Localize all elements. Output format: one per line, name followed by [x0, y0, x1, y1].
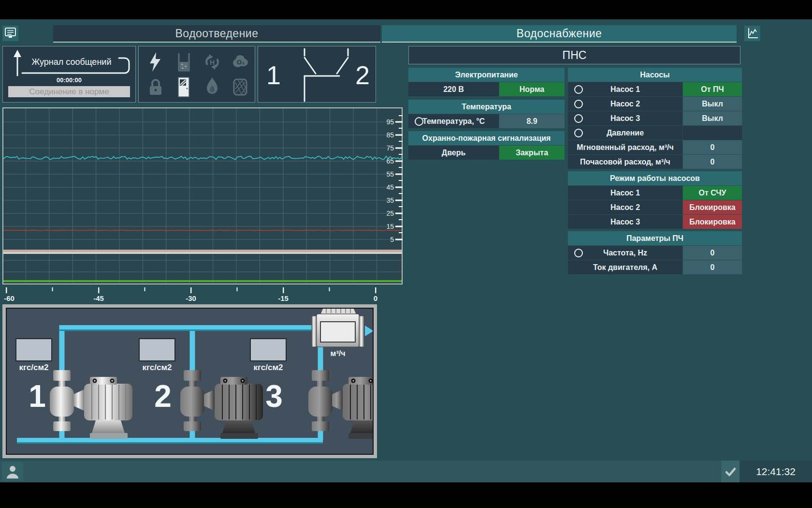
- flame-icon: [203, 76, 222, 98]
- svg-text:-45: -45: [93, 294, 104, 301]
- flow-meter-unit: м³/ч: [331, 349, 346, 358]
- row-label: Дверь: [408, 146, 499, 160]
- tank-level-icon: [174, 51, 193, 73]
- svg-text:85: 85: [386, 131, 394, 139]
- pump-2-label: 2: [154, 379, 172, 414]
- station-title: ПНС: [408, 46, 740, 64]
- pumps-section: Насосы Насос 1 От ПЧ Насос 2 Выкл Насос …: [568, 68, 742, 169]
- hourly-flow-value: 0: [683, 155, 742, 169]
- pump1-mode-chip[interactable]: От СЧУ: [683, 186, 742, 200]
- gauge-3-unit: кгс/см2: [253, 363, 283, 372]
- message-journal-panel[interactable]: Журнал сообщений 00:00:00 Соединение в н…: [2, 46, 136, 103]
- pump3-state-chip[interactable]: Выкл: [683, 111, 742, 125]
- user-button[interactable]: [2, 462, 23, 481]
- tab-water-drainage[interactable]: Водоотведение: [53, 25, 380, 43]
- svg-text:-60: -60: [4, 294, 14, 301]
- section-header: Насосы: [568, 68, 742, 82]
- gauge-2: [139, 339, 175, 361]
- connection-status: Соединение в норме: [8, 86, 130, 97]
- svg-text:0: 0: [374, 294, 377, 301]
- vfd-section: Параметры ПЧ Частота, Hz 0 Ток двигателя…: [568, 231, 742, 275]
- table-row: Дверь Закрыта: [408, 146, 565, 160]
- message-log-button[interactable]: [2, 26, 18, 41]
- indicator-circle: [574, 85, 583, 94]
- pump1-state-chip[interactable]: От ПЧ: [683, 82, 742, 96]
- power-status-chip[interactable]: Норма: [499, 82, 565, 96]
- clock-value: 12:41:32: [756, 466, 796, 478]
- power-section: Электропитание 220 В Норма: [408, 68, 565, 97]
- tab-water-drainage-label: Водоотведение: [175, 27, 259, 40]
- message-log-icon: [2, 26, 18, 41]
- journal-arrowhead: [14, 50, 21, 57]
- table-row: Ток двигателя, А 0: [568, 260, 742, 274]
- pump-3-label: 3: [265, 379, 283, 414]
- fire-alarm-section: Охранно-пожарная сигнализация Дверь Закр…: [408, 131, 565, 160]
- station-title-label: ПНС: [563, 49, 587, 62]
- table-row: Температура, °C 8.9: [408, 114, 565, 128]
- indicator-circle: [574, 129, 583, 137]
- temperature-section: Температура Температура, °C 8.9: [408, 100, 565, 129]
- check-icon: [723, 464, 738, 479]
- trend-chart-icon: [744, 26, 760, 41]
- gauge-1: [16, 339, 52, 361]
- indicator-icons-panel: H O₂: [138, 46, 255, 103]
- svg-text:-15: -15: [278, 294, 289, 301]
- pump-1-label: 1: [29, 379, 46, 414]
- section-header: Параметры ПЧ: [568, 231, 742, 245]
- tab-water-supply-label: Водоснабжение: [517, 27, 602, 40]
- power-lightning-icon: [146, 51, 165, 73]
- gauge-3: [250, 339, 286, 361]
- status-bar: 12:41:32: [0, 461, 812, 482]
- svg-text:45: 45: [386, 183, 394, 191]
- door-icon: [174, 76, 193, 98]
- svg-text:55: 55: [386, 170, 394, 178]
- svg-text:H: H: [210, 59, 215, 66]
- svg-text:25: 25: [386, 209, 394, 217]
- switch2-blade: [337, 58, 348, 74]
- trend-chart: 9585756555453525155-60-45-30-150: [2, 107, 403, 301]
- row-label: Температура, °C: [408, 114, 499, 128]
- svg-text:15: 15: [386, 223, 394, 230]
- pump-schematic: кгс/см2 кгс/см2 кгс/см2 1 2 3 м³/ч: [2, 304, 377, 458]
- lock-icon: [146, 76, 165, 98]
- section-header: Температура: [408, 100, 565, 114]
- svg-text:-30: -30: [186, 294, 196, 301]
- gauge-2-unit: кгс/см2: [142, 363, 172, 372]
- table-row: Насос 1 От СЧУ: [568, 186, 742, 200]
- indicator-circle: [415, 117, 423, 126]
- pressure-value: [683, 126, 742, 140]
- circulation-icon: H: [203, 51, 222, 73]
- acknowledge-button[interactable]: [721, 461, 740, 482]
- table-row: Почасовой расход, м³/ч 0: [568, 155, 742, 169]
- journal-timer: 00:00:00: [3, 76, 135, 84]
- section-header: Режим работы насосов: [568, 171, 742, 185]
- svg-text:95: 95: [386, 118, 394, 126]
- table-row: Частота, Hz 0: [568, 246, 742, 260]
- oxygen-icon: O₂: [231, 51, 250, 73]
- table-row: Мгновенный расход, м³/ч 0: [568, 140, 742, 154]
- grid-fence-icon: [231, 76, 250, 98]
- motor-current-value: 0: [683, 260, 742, 274]
- indicator-circle: [574, 249, 583, 257]
- table-row: Насос 2 Блокировка: [568, 200, 742, 214]
- table-row: Насос 1 От ПЧ: [568, 82, 742, 96]
- pump2-mode-chip[interactable]: Блокировка: [683, 200, 742, 214]
- pump3-mode-chip[interactable]: Блокировка: [683, 215, 742, 229]
- svg-text:35: 35: [386, 196, 394, 204]
- clock: 12:41:32: [740, 461, 812, 482]
- svg-text:75: 75: [386, 144, 394, 152]
- row-label: 220 В: [408, 82, 499, 96]
- switch-label-2: 2: [355, 60, 370, 90]
- user-icon: [6, 464, 19, 479]
- pump2-state-chip[interactable]: Выкл: [683, 97, 742, 111]
- door-status-chip[interactable]: Закрыта: [499, 146, 565, 160]
- indicator-circle: [574, 114, 583, 123]
- section-header: Электропитание: [408, 68, 565, 82]
- svg-text:5: 5: [390, 236, 394, 243]
- pump-mode-section: Режим работы насосов Насос 1 От СЧУ Насо…: [568, 171, 742, 229]
- switch1-blade: [304, 58, 316, 74]
- temperature-value[interactable]: 8.9: [499, 114, 565, 128]
- trend-chart-button[interactable]: [744, 26, 760, 41]
- tab-water-supply[interactable]: Водоснабжение: [382, 25, 737, 43]
- journal-title: Журнал сообщений: [32, 57, 112, 67]
